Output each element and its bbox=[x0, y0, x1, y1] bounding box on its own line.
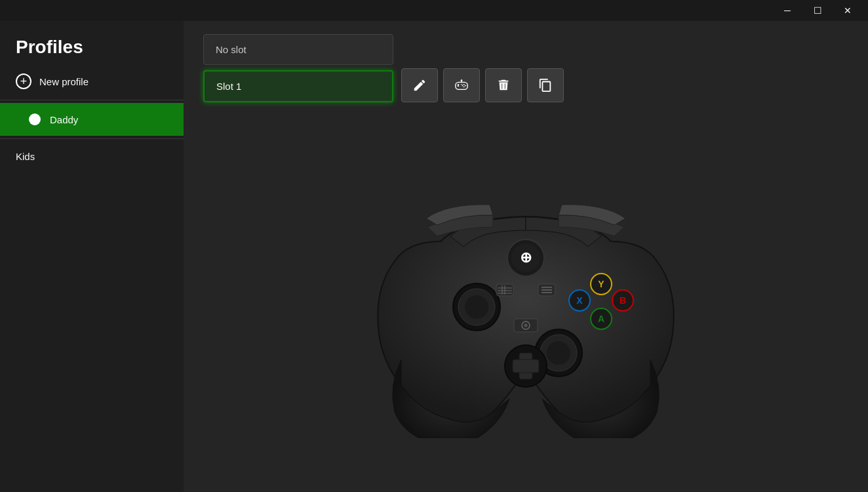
svg-rect-22 bbox=[513, 359, 539, 373]
slot-card-slot1[interactable]: Slot 1 bbox=[203, 70, 393, 102]
svg-text:Y: Y bbox=[598, 279, 604, 289]
controller-container: ⊕ Y bbox=[203, 115, 848, 479]
slot-actions bbox=[401, 34, 564, 102]
svg-point-43 bbox=[524, 324, 528, 327]
title-bar: ─ ☐ ✕ bbox=[0, 0, 868, 21]
toggle-daddy[interactable] bbox=[16, 112, 42, 127]
new-profile-button[interactable]: + New profile bbox=[0, 66, 184, 97]
svg-text:X: X bbox=[576, 295, 583, 306]
sidebar-divider bbox=[0, 100, 184, 100]
copy-button[interactable] bbox=[527, 68, 564, 102]
maximize-button[interactable]: ☐ bbox=[802, 0, 833, 21]
sidebar-title: Profiles bbox=[0, 26, 184, 66]
slot-card-no-slot[interactable]: No slot bbox=[203, 34, 393, 65]
copy-icon bbox=[538, 78, 553, 92]
sidebar-divider-2 bbox=[0, 138, 184, 139]
svg-rect-3 bbox=[458, 84, 458, 87]
svg-rect-8 bbox=[461, 84, 463, 85]
main-content: No slot Slot 1 bbox=[184, 21, 868, 492]
minimize-button[interactable]: ─ bbox=[772, 0, 802, 21]
pencil-icon bbox=[412, 78, 427, 92]
app-container: Profiles + New profile Daddy Kids No slo… bbox=[0, 21, 868, 492]
slot-area: No slot Slot 1 bbox=[203, 34, 564, 102]
svg-point-5 bbox=[465, 85, 466, 87]
svg-point-6 bbox=[462, 85, 463, 87]
svg-text:A: A bbox=[598, 314, 604, 324]
close-button[interactable]: ✕ bbox=[833, 0, 863, 21]
profile-name-kids: Kids bbox=[16, 151, 35, 162]
svg-point-16 bbox=[465, 295, 488, 319]
slot-cards: No slot Slot 1 bbox=[203, 34, 393, 102]
svg-text:B: B bbox=[620, 295, 626, 306]
no-slot-label: No slot bbox=[216, 44, 247, 55]
svg-point-4 bbox=[464, 84, 465, 85]
toggle-knob-daddy bbox=[29, 113, 41, 125]
trash-icon bbox=[496, 78, 511, 92]
sidebar: Profiles + New profile Daddy Kids bbox=[0, 21, 184, 492]
slot1-label: Slot 1 bbox=[216, 81, 241, 92]
svg-point-19 bbox=[547, 341, 570, 365]
new-profile-label: New profile bbox=[39, 76, 89, 87]
profile-name-daddy: Daddy bbox=[50, 114, 78, 125]
sidebar-item-daddy[interactable]: Daddy bbox=[0, 103, 184, 136]
edit-button[interactable] bbox=[401, 68, 438, 102]
svg-point-9 bbox=[461, 79, 463, 81]
svg-text:⊕: ⊕ bbox=[520, 249, 532, 266]
sidebar-item-kids[interactable]: Kids bbox=[0, 142, 184, 171]
plus-icon: + bbox=[16, 73, 31, 89]
delete-button[interactable] bbox=[485, 68, 522, 102]
assign-button[interactable] bbox=[443, 68, 480, 102]
xbox-controller: ⊕ Y bbox=[355, 156, 696, 438]
svg-point-7 bbox=[464, 86, 465, 87]
assign-icon bbox=[454, 78, 469, 92]
